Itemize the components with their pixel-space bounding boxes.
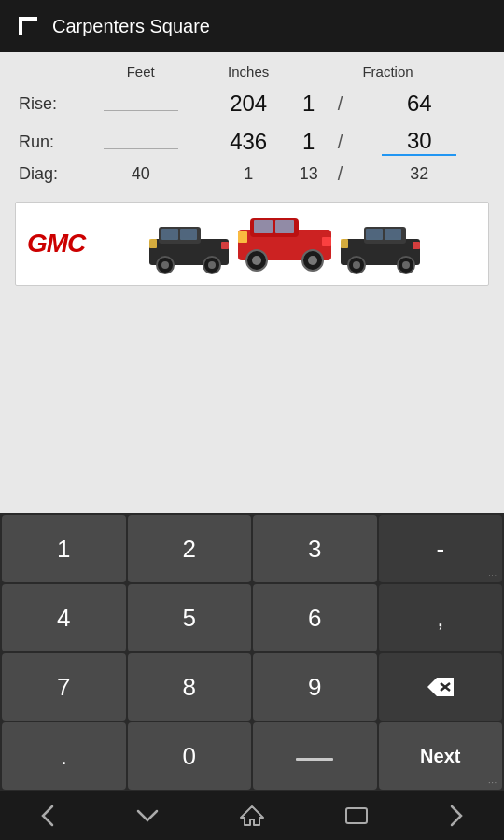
col-feet: Feet (71, 63, 210, 85)
run-feet[interactable] (71, 122, 210, 161)
back-icon (39, 803, 56, 829)
main-content: Feet Inches Fraction Rise: 204 1 / (0, 52, 504, 513)
svg-point-6 (161, 261, 169, 269)
svg-point-18 (308, 256, 317, 265)
ad-banner[interactable]: GMC (15, 202, 489, 286)
key-dot[interactable]: . (2, 722, 126, 790)
run-label: Run: (15, 122, 71, 161)
app-header: Carpenters Square (0, 0, 504, 52)
rise-fraction-sep: / (331, 85, 350, 122)
svg-marker-31 (427, 678, 454, 696)
backspace-icon (427, 678, 454, 696)
rise-label: Rise: (15, 85, 71, 122)
nav-forward-button[interactable] (433, 795, 480, 836)
key-2[interactable]: 2 (128, 515, 252, 582)
calculator-table: Feet Inches Fraction Rise: 204 1 / (15, 63, 489, 187)
forward-icon (448, 803, 465, 829)
svg-rect-4 (180, 229, 197, 240)
col-inches: Inches (210, 63, 287, 85)
carpenter-square-icon (15, 13, 41, 39)
key-minus[interactable]: - ··· (379, 515, 503, 582)
diag-numerator: 13 (287, 161, 331, 187)
numeric-keyboard: 1 2 3 - ··· 4 5 6 , 7 8 9 . 0 (0, 513, 504, 791)
ad-cars-svg (145, 211, 425, 276)
key-row-3: 7 8 9 (0, 651, 504, 721)
rise-denominator[interactable]: 64 (350, 85, 489, 122)
nav-down-button[interactable] (119, 800, 175, 832)
svg-point-16 (252, 256, 261, 265)
rise-numerator[interactable]: 1 (287, 85, 331, 122)
svg-rect-29 (341, 239, 348, 248)
key-8[interactable]: 8 (128, 653, 252, 721)
run-row: Run: 436 1 / 30 (15, 122, 489, 161)
key-7[interactable]: 7 (2, 653, 126, 721)
rise-inches[interactable]: 204 (210, 85, 287, 122)
diag-inches: 1 (210, 161, 287, 187)
diag-denominator: 32 (350, 161, 489, 187)
svg-point-26 (353, 261, 360, 269)
rise-feet[interactable] (71, 85, 210, 122)
key-0[interactable]: 0 (128, 722, 252, 790)
diag-row: Diag: 40 1 13 / 32 (15, 161, 489, 187)
ad-cars (92, 211, 477, 276)
col-label (15, 63, 71, 85)
nav-back-button[interactable] (24, 795, 71, 836)
svg-rect-24 (385, 229, 401, 240)
diag-fraction-sep: / (331, 161, 350, 187)
key-backspace[interactable] (379, 653, 503, 721)
key-row-1: 1 2 3 - ··· (0, 513, 504, 582)
key-3[interactable]: 3 (253, 515, 377, 582)
svg-rect-3 (161, 229, 178, 240)
gmc-logo: GMC (27, 229, 85, 259)
home-icon (239, 803, 265, 829)
key-next[interactable]: Next ··· (379, 722, 503, 790)
nav-home-button[interactable] (224, 795, 280, 836)
svg-rect-14 (275, 220, 294, 233)
nav-bar (0, 791, 504, 840)
svg-rect-9 (149, 239, 157, 248)
svg-marker-0 (19, 17, 37, 35)
run-inches[interactable]: 436 (210, 122, 287, 161)
key-space[interactable] (253, 722, 377, 790)
svg-rect-34 (296, 758, 333, 761)
svg-marker-35 (241, 806, 263, 825)
key-row-2: 4 5 6 , (0, 582, 504, 651)
key-5[interactable]: 5 (128, 584, 252, 651)
run-fraction-sep: / (331, 122, 350, 161)
rise-row: Rise: 204 1 / 64 (15, 85, 489, 122)
space-icon (296, 749, 333, 763)
svg-point-8 (208, 261, 216, 269)
diag-feet: 40 (71, 161, 210, 187)
svg-rect-10 (221, 242, 229, 249)
diag-label: Diag: (15, 161, 71, 187)
svg-rect-19 (238, 231, 247, 243)
key-row-4: . 0 Next ··· (0, 721, 504, 791)
key-4[interactable]: 4 (2, 584, 126, 651)
run-denominator[interactable]: 30 (350, 122, 489, 161)
svg-point-28 (402, 261, 410, 269)
nav-recents-button[interactable] (329, 797, 385, 834)
recents-icon (343, 805, 370, 827)
key-comma[interactable]: , (379, 584, 503, 651)
svg-rect-20 (322, 237, 331, 246)
key-9[interactable]: 9 (253, 653, 377, 721)
col-fraction: Fraction (287, 63, 489, 85)
key-1[interactable]: 1 (2, 515, 126, 582)
app-title: Carpenters Square (52, 16, 210, 37)
run-numerator[interactable]: 1 (287, 122, 331, 161)
svg-rect-30 (413, 242, 420, 249)
down-icon (134, 807, 161, 824)
svg-rect-23 (366, 229, 383, 240)
svg-rect-36 (346, 808, 367, 823)
key-6[interactable]: 6 (253, 584, 377, 651)
svg-rect-13 (254, 220, 273, 233)
